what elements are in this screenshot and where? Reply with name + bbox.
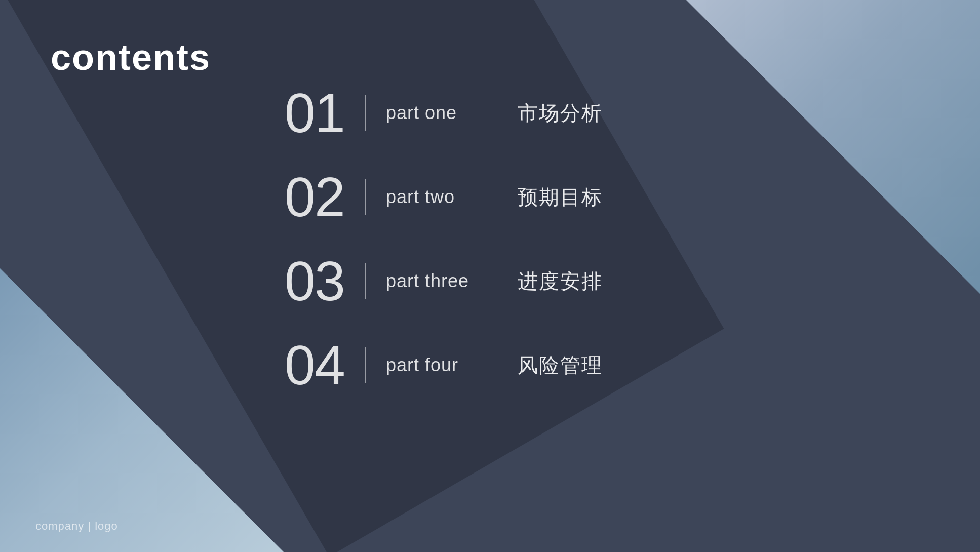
footer-logo: company | logo xyxy=(35,520,118,533)
item-number-2: 02 xyxy=(243,169,344,225)
item-chinese-4: 风险管理 xyxy=(518,351,603,379)
slide: contents 01 part one 市场分析 02 part two 预期… xyxy=(0,0,980,552)
item-divider-2 xyxy=(365,179,366,215)
item-divider-1 xyxy=(365,95,366,131)
item-chinese-1: 市场分析 xyxy=(518,99,603,127)
list-item: 03 part three 进度安排 xyxy=(243,239,603,323)
item-number-1: 01 xyxy=(243,85,344,141)
item-divider-3 xyxy=(365,263,366,299)
item-part-2: part two xyxy=(386,186,497,208)
bg-shape-top-right xyxy=(686,0,980,294)
item-number-4: 04 xyxy=(243,337,344,393)
page-title: contents xyxy=(51,36,211,78)
list-item: 01 part one 市场分析 xyxy=(243,71,603,155)
item-part-3: part three xyxy=(386,270,497,292)
item-part-1: part one xyxy=(386,102,497,124)
item-chinese-3: 进度安排 xyxy=(518,267,603,295)
item-chinese-2: 预期目标 xyxy=(518,183,603,211)
list-item: 02 part two 预期目标 xyxy=(243,155,603,239)
list-item: 04 part four 风险管理 xyxy=(243,323,603,407)
item-part-4: part four xyxy=(386,354,497,376)
contents-list: 01 part one 市场分析 02 part two 预期目标 03 par… xyxy=(243,71,603,407)
item-divider-4 xyxy=(365,347,366,383)
item-number-3: 03 xyxy=(243,253,344,309)
